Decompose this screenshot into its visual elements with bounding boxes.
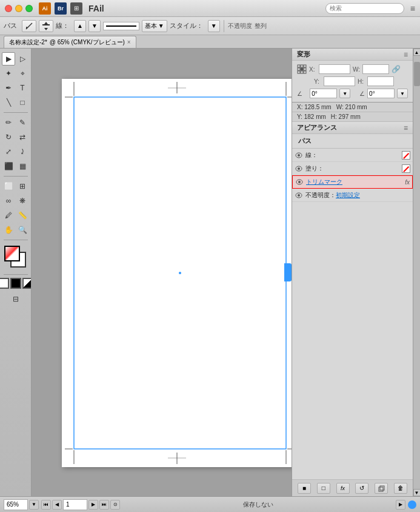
document-tab[interactable]: 名称未設定-2* @ 65% (CMYK/プレビュー) × xyxy=(4,36,136,48)
normal-mode[interactable] xyxy=(0,278,9,289)
x-input[interactable] xyxy=(319,64,350,74)
fill-visibility-eye[interactable] xyxy=(295,164,303,173)
scroll-thumb[interactable] xyxy=(414,62,420,86)
appearance-menu-icon[interactable]: ≡ xyxy=(404,124,408,132)
angle1-input[interactable] xyxy=(310,89,337,98)
scroll-down-btn[interactable]: ▼ xyxy=(413,489,421,496)
fill-color-swatch[interactable] xyxy=(402,164,410,173)
rotate-tool[interactable]: ↻ xyxy=(2,130,15,144)
pen-tool[interactable]: ✒ xyxy=(2,81,15,95)
zoom-tool[interactable]: 🔍 xyxy=(16,223,29,237)
fill-color[interactable] xyxy=(4,246,20,261)
ai-icon[interactable]: Ai xyxy=(39,2,51,15)
transform-panel-header[interactable]: 変形 ≡ xyxy=(292,49,413,61)
grid-icon[interactable]: ⊞ xyxy=(70,2,82,15)
ref-point-grid[interactable] xyxy=(297,64,307,74)
magic-wand-tool[interactable]: ✦ xyxy=(2,67,15,80)
style-label: スタイル： xyxy=(170,21,203,30)
last-page-btn[interactable]: ⏭ xyxy=(99,500,109,510)
tab-close-btn[interactable]: × xyxy=(127,39,131,45)
stroke-align-btn[interactable] xyxy=(39,20,53,32)
graph-tool[interactable]: ⬛ xyxy=(2,160,15,173)
br-icon[interactable]: Br xyxy=(55,2,67,15)
svg-rect-23 xyxy=(301,68,303,70)
h-input[interactable] xyxy=(367,76,394,86)
style-btn[interactable]: ▼ xyxy=(208,20,220,32)
preview-mode[interactable] xyxy=(10,278,21,289)
eyedropper-tool[interactable]: 🖉 xyxy=(2,209,15,222)
pencil-tool[interactable]: ✎ xyxy=(16,116,29,129)
w-input[interactable] xyxy=(362,64,389,74)
angle2-dropdown[interactable]: ▼ xyxy=(397,89,408,98)
appearance-stroke-item[interactable]: 線： xyxy=(292,149,413,162)
symbol-tool[interactable]: ❋ xyxy=(16,194,29,207)
scale-tool[interactable]: ⤢ xyxy=(2,145,15,158)
bar-chart-tool[interactable]: ▦ xyxy=(16,160,29,173)
direct-select-tool[interactable]: ▷ xyxy=(16,52,29,66)
right-panels: 変形 ≡ xyxy=(292,49,413,496)
reflect-tool[interactable]: ⇄ xyxy=(16,130,29,144)
appearance-opacity-item[interactable]: 不透明度：初期設定 xyxy=(292,189,413,202)
appearance-trimmark-item[interactable]: トリムマーク fx xyxy=(292,175,413,189)
stroke-color-swatch[interactable] xyxy=(402,151,410,160)
stroke-style-btn[interactable]: 基本 ▼ xyxy=(142,20,167,32)
save-status: 保存しない xyxy=(122,500,393,509)
transform-menu-icon[interactable]: ≡ xyxy=(404,50,408,59)
line-tool[interactable]: ╲ xyxy=(2,96,15,109)
scroll-up-btn[interactable]: ▲ xyxy=(413,49,421,56)
screen-mode-btn[interactable]: ⊟ xyxy=(9,292,22,306)
prev-page-btn[interactable]: ◀ xyxy=(52,500,62,510)
color-box[interactable] xyxy=(4,246,27,269)
status-arrow-btn[interactable]: ▶ xyxy=(396,500,405,510)
right-scrollbar[interactable]: ▲ ▼ xyxy=(413,49,420,496)
brush-tool[interactable]: ✏ xyxy=(2,116,15,129)
copy-item-btn[interactable] xyxy=(375,483,388,494)
duplicate-item-btn[interactable]: ↺ xyxy=(355,483,368,494)
page-options-btn[interactable]: ⊙ xyxy=(110,500,120,510)
toolbar-path-label: パス xyxy=(4,21,17,30)
stroke-up-btn[interactable]: ▲ xyxy=(74,20,86,32)
select-tool[interactable]: ▶ xyxy=(2,52,15,66)
zoom-field[interactable]: 65% xyxy=(4,499,28,510)
lasso-tool[interactable]: ⌖ xyxy=(16,67,29,80)
maximize-button[interactable] xyxy=(25,5,33,12)
warp-tool[interactable]: ⤸ xyxy=(16,145,29,158)
outline-mode[interactable] xyxy=(22,278,32,289)
hand-tool[interactable]: ✋ xyxy=(2,223,15,237)
rect-tool[interactable]: □ xyxy=(16,96,29,109)
stroke-visibility-eye[interactable] xyxy=(295,151,303,160)
add-fill-btn[interactable]: ■ xyxy=(298,483,311,494)
fx-btn[interactable]: fx xyxy=(336,483,350,494)
close-button[interactable] xyxy=(5,5,12,12)
zoom-expand-btn[interactable]: ▼ xyxy=(29,500,39,510)
mesh-tool[interactable]: ⊞ xyxy=(16,180,29,193)
opacity-visibility-eye[interactable] xyxy=(295,191,303,200)
y-input[interactable] xyxy=(324,76,355,86)
menu-icon[interactable]: ≡ xyxy=(410,4,415,13)
svg-marker-3 xyxy=(44,22,48,24)
w-display: W: 210 mm xyxy=(336,104,367,110)
link-icon[interactable]: 🔗 xyxy=(392,65,401,73)
blend-tool[interactable]: ∞ xyxy=(2,194,15,207)
add-stroke-btn[interactable]: □ xyxy=(317,483,330,494)
stroke-pen-btn[interactable] xyxy=(22,20,36,32)
trimmark-visibility-eye[interactable] xyxy=(295,178,304,186)
delete-item-btn[interactable]: 🗑 xyxy=(394,483,407,494)
appearance-fill-item[interactable]: 塗り： xyxy=(292,162,413,175)
search-input[interactable] xyxy=(325,3,404,14)
measure-tool[interactable]: 📏 xyxy=(16,209,29,222)
minimize-button[interactable] xyxy=(15,5,22,12)
page-field[interactable]: 1 xyxy=(63,499,87,510)
h-label: H: xyxy=(358,78,366,85)
appearance-panel-header[interactable]: アピアランス ≡ xyxy=(292,122,413,134)
stroke-down-btn[interactable]: ▼ xyxy=(88,20,101,32)
canvas-area[interactable] xyxy=(32,49,292,496)
first-page-btn[interactable]: ⏮ xyxy=(41,500,51,510)
scroll-track[interactable] xyxy=(414,56,420,489)
panel-collapse-handle[interactable] xyxy=(284,263,292,281)
angle1-dropdown[interactable]: ▼ xyxy=(339,89,350,98)
gradient-tool[interactable]: ⬜ xyxy=(2,180,15,193)
next-page-btn[interactable]: ▶ xyxy=(88,500,98,510)
angle2-input[interactable] xyxy=(367,89,395,98)
text-tool[interactable]: T xyxy=(16,81,29,95)
